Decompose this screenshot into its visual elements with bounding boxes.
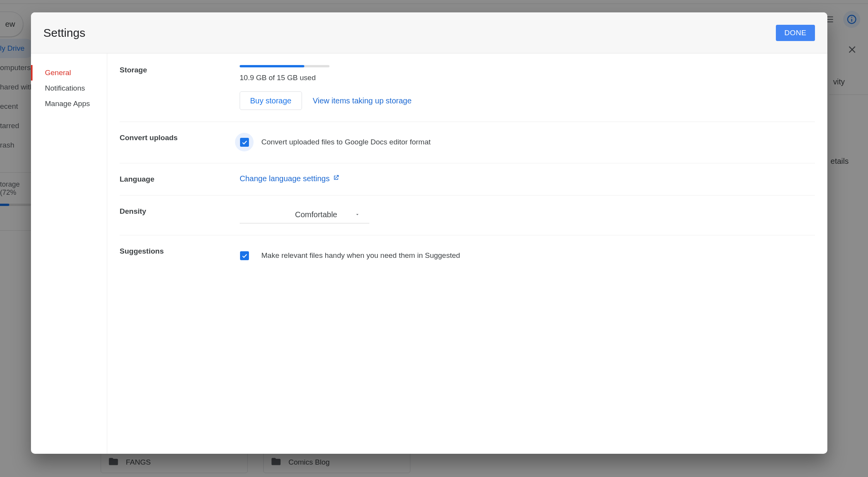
convert-uploads-body: Convert uploaded files to Google Docs ed… xyxy=(240,133,815,151)
modal-content: Storage 10.9 GB of 15 GB used Buy storag… xyxy=(107,53,827,454)
storage-body: 10.9 GB of 15 GB used Buy storage View i… xyxy=(240,65,815,110)
density-label: Density xyxy=(120,206,240,223)
close-details-icon[interactable] xyxy=(847,45,857,57)
dropdown-caret-icon xyxy=(355,210,360,219)
density-select[interactable]: Comfortable xyxy=(240,206,369,223)
modal-body: General Notifications Manage Apps Storag… xyxy=(31,53,827,454)
language-body: Change language settings xyxy=(240,174,815,184)
language-label: Language xyxy=(120,174,240,184)
modal-header: Settings DONE xyxy=(31,12,827,53)
settings-modal: Settings DONE General Notifications Mana… xyxy=(31,12,827,454)
folder-name: FANGS xyxy=(126,458,151,467)
bg-top-divider xyxy=(0,0,868,4)
svg-point-2 xyxy=(851,17,852,18)
view-items-link[interactable]: View items taking up storage xyxy=(313,96,412,105)
folder-card[interactable]: FANGS xyxy=(101,451,248,473)
nav-item-notifications[interactable]: Notifications xyxy=(31,81,107,96)
storage-label: Storage xyxy=(120,65,240,110)
change-language-link[interactable]: Change language settings xyxy=(240,174,340,183)
nav-item-general[interactable]: General xyxy=(31,65,107,81)
checkmark-icon xyxy=(241,252,248,259)
suggestions-text: Make relevant files handy when you need … xyxy=(261,251,460,260)
modal-nav: General Notifications Manage Apps xyxy=(31,53,107,454)
new-button[interactable]: ew xyxy=(0,12,23,37)
setting-row-language: Language Change language settings xyxy=(120,174,815,196)
suggestions-body: Make relevant files handy when you need … xyxy=(240,246,815,265)
suggestions-label: Suggestions xyxy=(120,246,240,265)
setting-row-suggestions: Suggestions Make relevant files handy wh… xyxy=(120,246,815,276)
buy-storage-button[interactable]: Buy storage xyxy=(240,91,302,110)
storage-progress-bar xyxy=(240,65,329,67)
modal-title: Settings xyxy=(43,26,85,39)
convert-uploads-checkbox-wrap xyxy=(235,133,254,151)
suggestions-checkbox[interactable] xyxy=(240,251,249,260)
sidebar-item-shared-with-me[interactable]: hared with xyxy=(0,77,35,97)
folder-card[interactable]: Comics Blog xyxy=(263,451,410,473)
sidebar-item-my-drive[interactable]: ly Drive xyxy=(0,39,35,58)
suggestions-checkbox-wrap xyxy=(235,246,254,265)
suggestions-check-row: Make relevant files handy when you need … xyxy=(240,246,815,265)
storage-used-text: 10.9 GB of 15 GB used xyxy=(240,74,815,82)
details-tab-details[interactable]: etails xyxy=(830,157,849,166)
convert-uploads-text: Convert uploaded files to Google Docs ed… xyxy=(261,138,431,146)
folder-icon xyxy=(271,456,281,469)
bg-storage-block: torage (72% of 15 GB us storage xyxy=(0,172,35,247)
bg-storage-used: of 15 GB us xyxy=(0,213,35,221)
storage-progress-fill xyxy=(240,65,304,67)
new-button-label: ew xyxy=(5,20,15,29)
sidebar-item-recent[interactable]: ecent xyxy=(0,97,35,116)
folder-icon xyxy=(108,456,119,469)
convert-uploads-checkbox[interactable] xyxy=(240,138,249,147)
change-language-link-text: Change language settings xyxy=(240,174,329,183)
info-icon[interactable] xyxy=(843,11,860,28)
sidebar-item-computers[interactable]: omputers xyxy=(0,58,35,77)
density-body: Comfortable xyxy=(240,206,815,223)
density-value: Comfortable xyxy=(295,210,337,219)
sidebar-item-starred[interactable]: tarred xyxy=(0,116,35,136)
bg-buy-storage-link[interactable]: storage xyxy=(0,230,35,247)
setting-row-convert-uploads: Convert uploads Convert uploaded files t… xyxy=(120,133,815,163)
nav-item-manage-apps[interactable]: Manage Apps xyxy=(31,96,107,112)
convert-uploads-check-row: Convert uploaded files to Google Docs ed… xyxy=(240,133,815,151)
details-tab-activity[interactable]: vity xyxy=(833,77,845,86)
done-button[interactable]: DONE xyxy=(776,25,815,41)
bg-storage-progress xyxy=(0,204,31,206)
sidebar-item-trash[interactable]: rash xyxy=(0,136,35,155)
storage-actions: Buy storage View items taking up storage xyxy=(240,91,815,110)
setting-row-density: Density Comfortable xyxy=(120,206,815,235)
bg-sidebar: ly Drive omputers hared with ecent tarre… xyxy=(0,39,35,155)
convert-uploads-label: Convert uploads xyxy=(120,133,240,151)
details-tab-divider xyxy=(829,94,868,95)
folder-name: Comics Blog xyxy=(288,458,330,467)
bg-folder-row: FANGS Comics Blog xyxy=(101,451,410,473)
bg-storage-label: torage (72% xyxy=(0,180,20,196)
checkmark-icon xyxy=(241,139,248,146)
external-link-icon xyxy=(333,174,340,183)
setting-row-storage: Storage 10.9 GB of 15 GB used Buy storag… xyxy=(120,65,815,122)
